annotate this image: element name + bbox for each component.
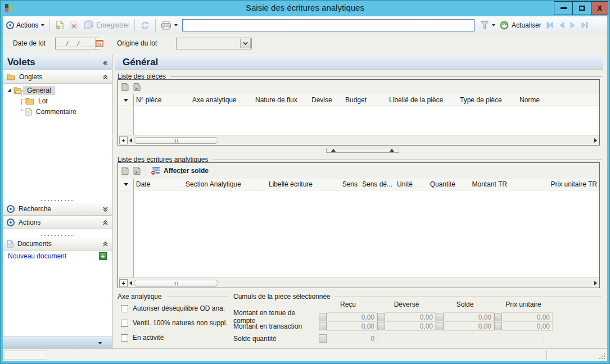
- lot-fields-row: Date de lot __/__/____ 31 Origine du lot: [3, 34, 607, 52]
- ecritures-grid: Affecter solde Date Section Analytique L…: [118, 162, 600, 288]
- tree-item-general[interactable]: Général: [3, 85, 112, 95]
- checkbox-desequilibre[interactable]: Autoriser déséquilibre OD ana.: [121, 304, 225, 312]
- column-header[interactable]: Montant TR: [458, 180, 509, 188]
- add-row-button[interactable]: +: [119, 279, 128, 287]
- section-recherche[interactable]: Recherche: [3, 202, 112, 216]
- tree-item-general-label: Général: [23, 86, 55, 95]
- section-documents[interactable]: Documents: [3, 237, 112, 251]
- detail-button[interactable]: [377, 322, 385, 330]
- next-record-button[interactable]: [567, 21, 579, 30]
- checkbox-ventil[interactable]: Ventil. 100% natures non suppl.: [121, 319, 228, 327]
- column-header[interactable]: Sens dé...: [360, 180, 395, 188]
- tree-expander-icon[interactable]: [7, 88, 11, 92]
- print-button[interactable]: [159, 20, 180, 31]
- detail-button[interactable]: [319, 313, 327, 321]
- grid-action-icon[interactable]: [121, 83, 129, 92]
- origine-du-lot-select[interactable]: [176, 38, 252, 49]
- checkbox-box[interactable]: [121, 320, 128, 327]
- date-de-lot-input[interactable]: __/__/____ 31: [55, 38, 100, 49]
- checkbox-box[interactable]: [121, 334, 128, 342]
- add-row-button[interactable]: +: [119, 136, 128, 144]
- grid-action-icon[interactable]: [121, 166, 129, 175]
- collapse-up-icon[interactable]: [103, 220, 108, 225]
- calendar-button[interactable]: 31: [95, 38, 103, 49]
- cumuls-row-solde-quantite: Solde quantité 0: [233, 334, 377, 343]
- open-folder-icon: [13, 87, 23, 94]
- column-header[interactable]: N° pièce: [134, 96, 190, 104]
- new-button[interactable]: [53, 19, 67, 31]
- column-header[interactable]: Unité: [395, 180, 419, 188]
- detail-button[interactable]: [436, 322, 444, 330]
- affecter-solde-button[interactable]: Affecter solde: [164, 167, 209, 175]
- value-field: 0,00: [327, 321, 377, 331]
- section-actions[interactable]: Actions: [3, 216, 112, 229]
- filter-chevron-icon: [492, 24, 495, 26]
- collapse-up-icon[interactable]: [103, 75, 108, 80]
- scrollbar-thumb[interactable]: [134, 137, 218, 144]
- column-header[interactable]: Libellé de la pièce: [387, 96, 458, 104]
- column-header[interactable]: Budget: [343, 96, 387, 104]
- recherche-icon: [7, 205, 15, 213]
- scroll-left-icon[interactable]: [129, 281, 132, 285]
- save-button[interactable]: Enregistrer: [81, 19, 132, 31]
- column-header[interactable]: Prix unitaire TR: [509, 180, 599, 188]
- maximize-button[interactable]: [572, 1, 591, 15]
- scroll-right-icon[interactable]: [594, 281, 597, 285]
- expand-down-icon[interactable]: [103, 207, 108, 212]
- nouveau-document-link[interactable]: Nouveau document: [8, 252, 66, 260]
- combo-dropdown-button[interactable]: [240, 39, 251, 48]
- section-onglets[interactable]: Onglets: [3, 70, 112, 84]
- column-header[interactable]: Axe analytique: [190, 96, 253, 104]
- save-label: Enregistrer: [96, 21, 129, 29]
- collapse-panel-icon[interactable]: «: [103, 58, 107, 66]
- sidebar-bottom-bar[interactable]: [3, 336, 112, 349]
- detail-button[interactable]: [377, 313, 385, 321]
- minimize-button[interactable]: [554, 1, 573, 15]
- grid-action-icon[interactable]: [133, 83, 141, 92]
- actions-menu-button[interactable]: Actions: [14, 20, 47, 30]
- detail-button[interactable]: [319, 322, 327, 330]
- row-selector-dropdown[interactable]: [118, 94, 134, 106]
- pieces-grid-body: [118, 106, 599, 135]
- row-selector-dropdown[interactable]: [118, 179, 134, 190]
- column-header[interactable]: Quantité: [419, 180, 458, 188]
- filter-button[interactable]: [478, 20, 498, 30]
- scroll-left-icon[interactable]: [129, 138, 132, 143]
- scroll-right-icon[interactable]: [594, 138, 597, 143]
- last-record-button[interactable]: [579, 21, 591, 30]
- tree-item-commentaire[interactable]: Commentaire: [3, 106, 112, 117]
- column-header[interactable]: Norme: [517, 96, 565, 104]
- cumuls-col-recu: Reçu: [319, 301, 377, 308]
- actualiser-button[interactable]: Actualiser: [498, 20, 544, 31]
- detail-button[interactable]: [494, 322, 502, 330]
- column-header[interactable]: Devise: [309, 96, 343, 104]
- column-header[interactable]: Libellé écriture: [266, 180, 335, 188]
- first-record-button[interactable]: [544, 21, 556, 30]
- checkbox-en-activite[interactable]: En activité: [121, 334, 164, 342]
- resize-grip[interactable]: [599, 353, 605, 359]
- value-field-wide: [378, 334, 544, 343]
- scrollbar-thumb[interactable]: [134, 280, 218, 286]
- collapse-up-icon[interactable]: [103, 242, 108, 247]
- refresh-button[interactable]: [138, 20, 152, 31]
- grid-action-icon[interactable]: [133, 166, 141, 175]
- detail-button[interactable]: [436, 313, 444, 321]
- volets-title: Volets: [7, 57, 35, 68]
- splitter-up-icon: [390, 149, 394, 152]
- delete-button[interactable]: [67, 19, 81, 31]
- close-button[interactable]: X: [591, 1, 608, 15]
- column-header[interactable]: Section Analytique: [183, 180, 266, 188]
- column-header[interactable]: Nature de flux: [253, 96, 309, 104]
- add-document-button[interactable]: +: [99, 252, 107, 260]
- pieces-grid-toolbar: [118, 80, 599, 94]
- detail-button[interactable]: [494, 313, 502, 321]
- column-header[interactable]: Sens: [335, 180, 360, 188]
- tree-item-lot[interactable]: Lot: [3, 95, 112, 106]
- checkbox-box[interactable]: [121, 305, 128, 312]
- previous-record-button[interactable]: [556, 21, 567, 30]
- column-header[interactable]: Date: [134, 180, 183, 188]
- column-header[interactable]: Type de pièce: [458, 96, 517, 104]
- search-input[interactable]: [182, 19, 475, 31]
- detail-button[interactable]: [319, 334, 327, 343]
- horizontal-splitter[interactable]: [326, 148, 399, 153]
